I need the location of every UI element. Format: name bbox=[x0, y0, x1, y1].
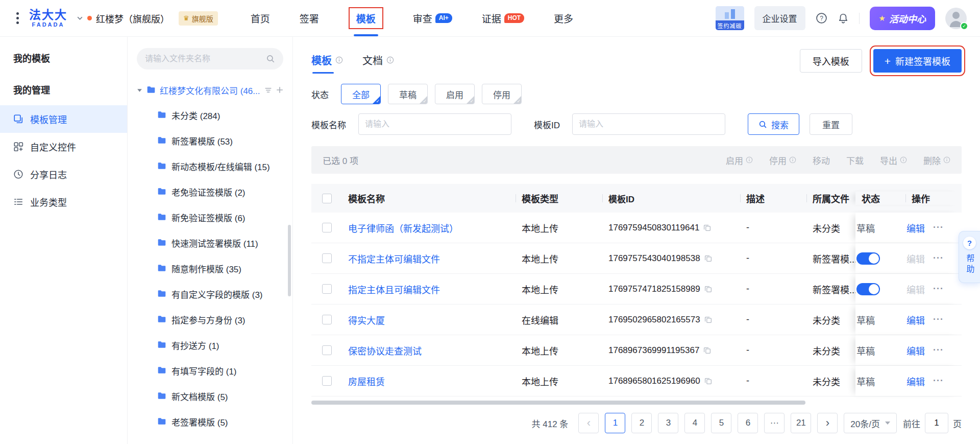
folder-item[interactable]: 有自定义字段的模版 (3) bbox=[137, 281, 283, 307]
page-number-button[interactable]: 6 bbox=[738, 413, 758, 433]
bulk-action-button[interactable]: 停用 bbox=[769, 154, 796, 167]
status-chip-all[interactable]: 全部 bbox=[341, 84, 381, 104]
bulk-action-button[interactable]: 导出 bbox=[880, 154, 907, 167]
add-folder-icon[interactable] bbox=[276, 86, 283, 94]
more-actions-button[interactable]: ··· bbox=[933, 253, 944, 264]
app-menu-icon[interactable] bbox=[13, 9, 22, 27]
next-page-button[interactable]: › bbox=[817, 413, 838, 433]
goto-page-input[interactable] bbox=[925, 413, 948, 433]
folder-item[interactable]: 新文档模版 (5) bbox=[137, 383, 283, 409]
folder-search-input[interactable] bbox=[145, 54, 262, 63]
scrollbar-thumb[interactable] bbox=[311, 401, 805, 405]
reset-button[interactable]: 重置 bbox=[810, 113, 852, 135]
copy-icon[interactable] bbox=[704, 254, 712, 262]
sidebar-item-template-management[interactable]: 模板管理 bbox=[0, 105, 127, 133]
page-number-button[interactable]: 5 bbox=[711, 413, 731, 433]
page-number-button[interactable]: 3 bbox=[658, 413, 678, 433]
folder-item[interactable]: 老免验证签模版 (2) bbox=[137, 179, 283, 204]
template-id-input[interactable] bbox=[572, 113, 725, 135]
row-checkbox[interactable] bbox=[322, 253, 332, 263]
folder-item[interactable]: 未分类 (284) bbox=[137, 102, 283, 128]
nav-item-more[interactable]: 更多 bbox=[554, 0, 573, 36]
template-name-link[interactable]: 不指定主体可编辑文件 bbox=[348, 254, 440, 265]
caret-down-icon[interactable] bbox=[137, 87, 142, 93]
folder-item[interactable]: 新免验证签模版 (6) bbox=[137, 204, 283, 230]
status-chip-disabled[interactable]: 停用 bbox=[482, 84, 522, 104]
sidebar-item-custom-widgets[interactable]: 自定义控件 bbox=[0, 133, 127, 160]
status-toggle[interactable] bbox=[856, 252, 880, 265]
sidebar-item-share-log[interactable]: 分享日志 bbox=[0, 160, 127, 188]
sidebar-group-my-management[interactable]: 我的管理 bbox=[0, 74, 127, 105]
template-name-link[interactable]: 电子律师函（新发起测试） bbox=[348, 224, 458, 234]
nav-item-templates[interactable]: 模板 bbox=[349, 0, 383, 36]
page-number-button[interactable]: 1 bbox=[605, 413, 625, 433]
copy-icon[interactable] bbox=[704, 285, 712, 293]
page-number-button[interactable]: 21 bbox=[791, 413, 811, 433]
edit-link[interactable]: 编辑 bbox=[906, 375, 925, 388]
bell-icon[interactable] bbox=[838, 13, 849, 24]
folder-item[interactable]: 新动态模板/在线编辑 (15) bbox=[137, 153, 283, 179]
help-float-button[interactable]: ? 帮助 bbox=[959, 231, 980, 283]
help-question-icon[interactable]: ? bbox=[816, 12, 827, 24]
folder-item[interactable]: 有填写字段的 (1) bbox=[137, 358, 283, 383]
row-checkbox[interactable] bbox=[322, 223, 332, 232]
folder-item[interactable]: 指定参与方身份 (3) bbox=[137, 307, 283, 332]
prev-page-button[interactable]: ‹ bbox=[578, 413, 599, 433]
folder-item[interactable]: 快速测试签署模版 (11) bbox=[137, 230, 283, 255]
row-checkbox[interactable] bbox=[322, 345, 332, 355]
info-icon[interactable] bbox=[335, 56, 343, 64]
status-chip-enabled[interactable]: 启用 bbox=[435, 84, 475, 104]
bulk-action-button[interactable]: 删除 bbox=[923, 154, 950, 167]
template-name-link[interactable]: 房屋租赁 bbox=[348, 377, 385, 387]
sidebar-group-my-templates[interactable]: 我的模板 bbox=[0, 42, 127, 74]
copy-icon[interactable] bbox=[703, 346, 711, 354]
org-switcher[interactable]: 红楼梦（旗舰版） ♛ 旗舰版 bbox=[77, 11, 218, 26]
folder-item[interactable]: 随意制作模版 (35) bbox=[137, 255, 283, 281]
fadada-logo[interactable]: 法大大 FADADA bbox=[29, 9, 67, 28]
template-name-input[interactable] bbox=[358, 113, 511, 135]
row-checkbox[interactable] bbox=[322, 284, 332, 294]
template-name-link[interactable]: 保密协议走查测试 bbox=[348, 346, 422, 357]
page-number-button[interactable]: 2 bbox=[631, 413, 652, 433]
more-actions-button[interactable]: ··· bbox=[933, 222, 944, 233]
copy-icon[interactable] bbox=[703, 224, 711, 231]
more-actions-button[interactable]: ··· bbox=[933, 284, 944, 294]
select-all-checkbox[interactable] bbox=[322, 194, 332, 203]
bulk-action-button[interactable]: 下载 bbox=[846, 154, 864, 167]
carbon-signing-badge[interactable]: 签约减碳 bbox=[716, 6, 744, 30]
copy-icon[interactable] bbox=[704, 316, 712, 323]
search-icon[interactable] bbox=[266, 54, 275, 63]
template-name-link[interactable]: 得实大厦 bbox=[348, 316, 385, 326]
edit-link[interactable]: 编辑 bbox=[906, 283, 925, 296]
edit-link[interactable]: 编辑 bbox=[906, 221, 925, 235]
copy-icon[interactable] bbox=[704, 377, 712, 385]
sort-icon[interactable] bbox=[264, 86, 272, 94]
more-actions-button[interactable]: ··· bbox=[933, 314, 944, 325]
template-name-link[interactable]: 指定主体且可编辑文件 bbox=[348, 285, 440, 295]
nav-item-home[interactable]: 首页 bbox=[251, 0, 270, 36]
edit-link[interactable]: 编辑 bbox=[906, 313, 925, 326]
sidebar-item-business-type[interactable]: 业务类型 bbox=[0, 188, 127, 216]
import-template-button[interactable]: 导入模板 bbox=[800, 49, 862, 73]
nav-item-sign[interactable]: 签署 bbox=[300, 0, 319, 36]
more-actions-button[interactable]: ··· bbox=[933, 376, 944, 386]
nav-item-evidence[interactable]: 证据HOT bbox=[482, 0, 524, 36]
folder-item[interactable]: 有抄送方 (1) bbox=[137, 332, 283, 358]
status-chip-draft[interactable]: 草稿 bbox=[388, 84, 428, 104]
search-button[interactable]: 搜索 bbox=[748, 113, 799, 135]
row-checkbox[interactable] bbox=[322, 376, 332, 386]
edit-link[interactable]: 编辑 bbox=[906, 252, 925, 265]
more-actions-button[interactable]: ··· bbox=[933, 345, 944, 356]
bulk-action-button[interactable]: 移动 bbox=[813, 154, 830, 167]
info-icon[interactable] bbox=[386, 56, 394, 64]
enterprise-settings-button[interactable]: 企业设置 bbox=[754, 6, 805, 30]
bulk-action-button[interactable]: 启用 bbox=[726, 154, 753, 167]
activity-center-button[interactable]: ★ 活动中心 bbox=[870, 7, 935, 30]
create-template-button[interactable]: + 新建签署模板 bbox=[873, 49, 962, 73]
avatar[interactable]: ✓ bbox=[945, 8, 967, 29]
page-number-button[interactable]: ··· bbox=[764, 413, 785, 433]
folder-item[interactable]: 老签署模版 (5) bbox=[137, 409, 283, 434]
page-size-select[interactable]: 20条/页 bbox=[844, 413, 897, 433]
tab-documents[interactable]: 文档 bbox=[362, 53, 394, 69]
page-number-button[interactable]: 4 bbox=[684, 413, 705, 433]
